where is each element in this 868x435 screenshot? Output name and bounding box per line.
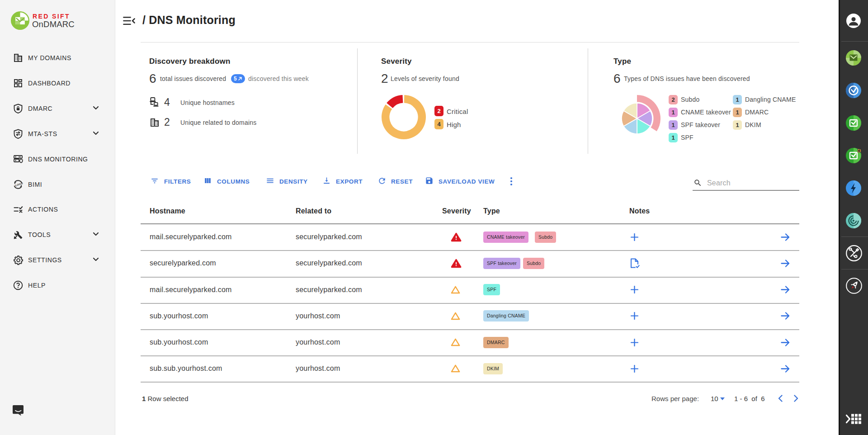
svg-text:LOGO: LOGO — [15, 182, 24, 187]
